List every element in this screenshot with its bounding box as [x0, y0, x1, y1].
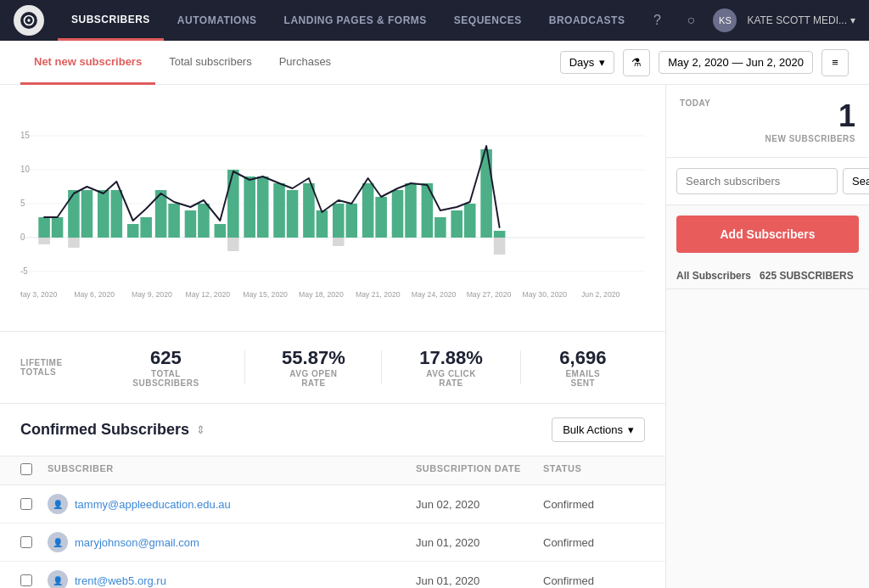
table-row: 👤 tammy@appleeducation.edu.au Jun 02, 20… — [0, 485, 665, 524]
svg-rect-31 — [303, 183, 315, 238]
help-button[interactable]: ? — [645, 8, 669, 32]
svg-rect-35 — [362, 183, 374, 238]
today-new-subscribers-value: 1 — [765, 98, 855, 134]
chevron-down-icon: ▾ — [599, 56, 605, 69]
checkbox-all[interactable] — [20, 463, 48, 478]
stat-total-subscribers: 625 TOTAL SUBSCRIBERS — [121, 347, 210, 388]
table-section: Confirmed Subscribers ⇕ Bulk Actions ▾ S… — [0, 404, 665, 588]
status-badge: Confirmed — [543, 574, 645, 587]
row-checkbox-cell[interactable] — [20, 498, 48, 510]
svg-text:15: 15 — [20, 131, 30, 140]
row-checkbox[interactable] — [20, 498, 32, 510]
nav-item-landing-pages[interactable]: LANDING PAGES & FORMS — [271, 0, 440, 41]
search-row: Search — [676, 168, 859, 194]
svg-rect-18 — [111, 190, 123, 238]
svg-rect-17 — [98, 190, 109, 238]
search-button[interactable]: Search — [843, 168, 869, 194]
stat-avg-open-rate: 55.87% AVG OPEN RATE — [279, 347, 347, 388]
nav-item-sequences[interactable]: SEQUENCES — [440, 0, 535, 41]
row-checkbox-cell[interactable] — [20, 574, 48, 586]
tab-net-new-subscribers[interactable]: Net new subscribers — [20, 41, 155, 85]
svg-rect-42 — [464, 204, 476, 238]
tab-purchases[interactable]: Purchases — [266, 41, 345, 85]
lifetime-totals-label: LIFETIME TOTALS — [20, 358, 93, 377]
svg-rect-24 — [198, 204, 210, 238]
svg-rect-38 — [405, 183, 417, 238]
subscription-date: Jun 01, 2020 — [416, 574, 543, 587]
subscriber-email-link[interactable]: trent@web5.org.ru — [75, 574, 166, 587]
stat-divider-3 — [520, 350, 521, 384]
notifications-icon[interactable]: ○ — [679, 8, 703, 32]
subscriber-email-link[interactable]: maryjohnson@gmail.com — [75, 536, 199, 549]
days-select[interactable]: Days ▾ — [560, 51, 615, 74]
search-section: Search — [666, 158, 869, 205]
row-checkbox-cell[interactable] — [20, 536, 48, 548]
row-subscriber: 👤 trent@web5.org.ru — [48, 570, 416, 588]
svg-rect-46 — [68, 238, 80, 248]
tab-total-subscribers[interactable]: Total subscribers — [155, 41, 266, 85]
table-row: 👤 maryjohnson@gmail.com Jun 01, 2020 Con… — [0, 524, 665, 562]
select-all-checkbox[interactable] — [20, 463, 32, 475]
stats-bar: LIFETIME TOTALS 625 TOTAL SUBSCRIBERS 55… — [0, 332, 665, 404]
svg-text:May 30, 2020: May 30, 2020 — [522, 290, 567, 299]
svg-text:May 27, 2020: May 27, 2020 — [467, 290, 512, 299]
nav-item-subscribers[interactable]: SUBSCRIBERS — [58, 0, 164, 41]
svg-rect-44 — [494, 231, 506, 238]
filter-button[interactable]: ⚗ — [623, 49, 650, 76]
chart-container: 15 10 5 0 -5 — [20, 102, 645, 322]
top-nav: SUBSCRIBERS AUTOMATIONS LANDING PAGES & … — [0, 0, 869, 41]
stat-emails-sent: 6,696 EMAILS SENT — [555, 347, 611, 388]
nav-item-broadcasts[interactable]: BROADCASTS — [535, 0, 639, 41]
search-input[interactable] — [676, 168, 838, 194]
stat-divider-2 — [381, 350, 382, 384]
svg-rect-33 — [333, 204, 345, 238]
date-range[interactable]: May 2, 2020 — Jun 2, 2020 — [659, 51, 813, 74]
add-subscribers-button[interactable]: Add Subscribers — [676, 216, 859, 253]
chart-svg: 15 10 5 0 -5 — [20, 102, 645, 322]
logo[interactable] — [14, 5, 44, 36]
svg-text:-5: -5 — [20, 266, 28, 276]
svg-rect-20 — [140, 217, 152, 238]
all-subscribers-row: All Subscribers 625 SUBSCRIBERS — [666, 263, 869, 289]
nav-items: SUBSCRIBERS AUTOMATIONS LANDING PAGES & … — [58, 0, 645, 41]
left-content: 15 10 5 0 -5 — [0, 85, 665, 588]
svg-rect-28 — [257, 176, 269, 238]
row-checkbox[interactable] — [20, 536, 32, 548]
nav-right: ? ○ KS KATE SCOTT MEDI... ▾ — [645, 8, 855, 32]
svg-rect-19 — [127, 224, 139, 238]
columns-button[interactable]: ≡ — [821, 49, 849, 76]
svg-point-2 — [27, 19, 30, 21]
stat-divider-1 — [244, 350, 245, 384]
svg-text:May 15, 2020: May 15, 2020 — [243, 290, 288, 299]
svg-text:May 21, 2020: May 21, 2020 — [356, 290, 401, 299]
svg-rect-13 — [38, 217, 50, 238]
column-headers: SUBSCRIBER SUBSCRIPTION DATE STATUS — [0, 456, 665, 485]
bulk-actions-button[interactable]: Bulk Actions ▾ — [552, 417, 645, 442]
today-new-subscribers-label: NEW SUBSCRIBERS — [765, 134, 855, 143]
svg-rect-23 — [185, 210, 197, 238]
svg-rect-16 — [81, 190, 93, 238]
user-menu[interactable]: KATE SCOTT MEDI... ▾ — [747, 14, 855, 26]
sort-icon[interactable]: ⇕ — [196, 423, 205, 436]
nav-item-automations[interactable]: AUTOMATIONS — [164, 0, 271, 41]
row-subscriber: 👤 maryjohnson@gmail.com — [48, 532, 416, 552]
subscription-date: Jun 01, 2020 — [416, 536, 543, 549]
svg-rect-14 — [52, 217, 64, 238]
svg-text:May 6, 2020: May 6, 2020 — [74, 290, 115, 299]
svg-rect-45 — [38, 238, 50, 244]
svg-rect-15 — [68, 190, 80, 238]
svg-rect-22 — [168, 204, 180, 238]
avatar: 👤 — [48, 494, 68, 514]
svg-rect-37 — [392, 190, 404, 238]
status-badge: Confirmed — [543, 498, 645, 511]
subscriber-email-link[interactable]: tammy@appleeducation.edu.au — [75, 498, 231, 511]
row-checkbox[interactable] — [20, 574, 32, 586]
svg-text:Jun 2, 2020: Jun 2, 2020 — [581, 290, 620, 299]
chart-section: 15 10 5 0 -5 — [0, 85, 665, 332]
avatar: 👤 — [48, 532, 68, 552]
svg-text:May 9, 2020: May 9, 2020 — [132, 290, 172, 299]
col-header-subscriber: SUBSCRIBER — [48, 463, 416, 478]
today-section: TODAY 1 NEW SUBSCRIBERS — [666, 85, 869, 158]
svg-text:May 3, 2020: May 3, 2020 — [20, 290, 57, 299]
main-layout: 15 10 5 0 -5 — [0, 85, 869, 588]
